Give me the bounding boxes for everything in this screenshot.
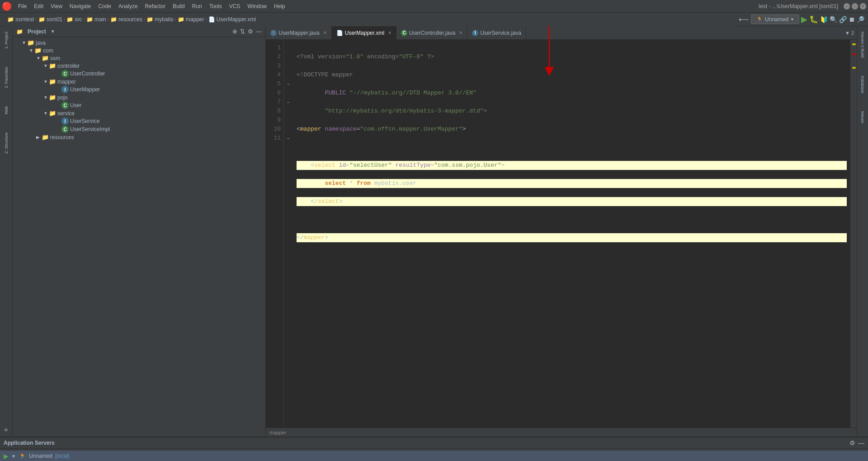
left-sidebar: 1: Project 2: Favorites Web Z: Structure…	[0, 26, 13, 437]
editor-context-label: mapper	[269, 430, 286, 435]
right-sidebar-tab-database[interactable]: Database	[859, 72, 867, 97]
attach-button[interactable]: 🔗	[839, 16, 847, 23]
tab-usercontroller-java[interactable]: C UserController.java ✕	[396, 26, 467, 40]
tab-close-usermapper-xml[interactable]: ✕	[388, 30, 392, 35]
minimize-bottom-icon[interactable]: —	[858, 439, 864, 447]
window-title: test - ...\UserMapper.xml [ssm01]	[759, 3, 838, 9]
tab-icon-usermapper-xml: 📄	[336, 30, 343, 36]
sidebar-tab-structure[interactable]: Z: Structure	[2, 129, 10, 157]
project-panel: 📁 Project ▼ ⊕ ⇅ ⚙ — ▼ 📁 java ▼ 📁	[13, 26, 266, 437]
debug-button[interactable]: 🐛	[809, 15, 818, 24]
tab-icon-usermapper-java: I	[270, 30, 277, 36]
tree-item-pojo[interactable]: ▼ 📁 pojo	[13, 94, 265, 101]
tree-item-controller[interactable]: ▼ 📁 controller	[13, 62, 265, 70]
menu-edit[interactable]: Edit	[30, 2, 47, 10]
maximize-button[interactable]: □	[852, 3, 858, 9]
breadcrumb-resources[interactable]: 📁resources	[110, 16, 142, 23]
right-sidebar-tab-maven[interactable]: Maven	[859, 108, 867, 127]
line-numbers: 1 2 3 4 5 6 7 8 9 10 11	[266, 40, 284, 428]
breadcrumb-src[interactable]: 📁src	[66, 16, 82, 23]
main-area: 1: Project 2: Favorites Web Z: Structure…	[0, 26, 868, 437]
menu-code[interactable]: Code	[94, 2, 115, 10]
code-line-3: PUBLIC "-//mybatis.org//DTD Mapper 3.0//…	[297, 89, 847, 98]
code-line-10	[297, 215, 847, 224]
tab-icon-userservice-java: I	[472, 30, 478, 36]
tree-item-mapper[interactable]: ▼ 📁 mapper	[13, 78, 265, 85]
menu-analyze[interactable]: Analyze	[115, 2, 142, 10]
breadcrumb-mapper[interactable]: 📁mapper	[178, 16, 204, 23]
settings-gear-icon[interactable]: ⚙	[849, 439, 855, 447]
code-content[interactable]: <?xml version="1.0" encoding="UTF-8" ?> …	[293, 40, 850, 428]
tab-usermapper-xml[interactable]: 📄 UserMapper.xml ✕	[332, 26, 396, 40]
menu-navigate[interactable]: Navigate	[66, 2, 94, 10]
code-line-1: <?xml version="1.0" encoding="UTF-8" ?>	[297, 52, 847, 61]
tree-item-resources[interactable]: ▶ 📁 resources	[13, 133, 265, 141]
project-tree: ▼ 📁 java ▼ 📁 com ▼ 📁 ssm ▼	[13, 37, 265, 437]
editor-area: I UserMapper.java ✕ 📄 UserMapper.xml ✕ C…	[266, 26, 857, 437]
tree-item-com[interactable]: ▼ 📁 com	[13, 47, 265, 54]
tab-label-usermapper-java: UserMapper.java	[278, 30, 320, 36]
close-button[interactable]: ✕	[860, 3, 866, 9]
menu-view[interactable]: View	[47, 2, 66, 10]
menu-file[interactable]: File	[14, 2, 30, 10]
locate-icon[interactable]: ⊕	[232, 28, 237, 35]
minimize-panel-icon[interactable]: —	[256, 28, 262, 35]
tree-item-usercontroller[interactable]: C UserController	[13, 70, 265, 78]
minimize-button[interactable]: —	[844, 3, 850, 9]
tree-item-service[interactable]: ▼ 📁 service	[13, 109, 265, 117]
profile-button[interactable]: 🔍	[830, 16, 837, 23]
menu-window[interactable]: Window	[244, 2, 270, 10]
server-unnamed[interactable]: ▶ ▼ 🏃 Unnamed [local]	[0, 451, 868, 461]
sidebar-tab-web[interactable]: Web	[2, 103, 10, 118]
tree-item-usermapper[interactable]: I UserMapper	[13, 85, 265, 94]
right-scrollbar[interactable]	[850, 40, 857, 428]
editor-tabs: I UserMapper.java ✕ 📄 UserMapper.xml ✕ C…	[266, 26, 857, 40]
menu-run[interactable]: Run	[189, 2, 206, 10]
menu-tools[interactable]: Tools	[206, 2, 226, 10]
breadcrumb-ssm01[interactable]: 📁ssm01	[38, 16, 62, 23]
menu-build[interactable]: Build	[169, 2, 189, 10]
sidebar-tab-favorites[interactable]: 2: Favorites	[2, 63, 10, 92]
tree-item-ssm[interactable]: ▼ 📁 ssm	[13, 54, 265, 62]
breadcrumb-mybatis[interactable]: 📁mybatis	[146, 16, 173, 23]
bottom-panel: Application Servers ⚙ — ▶ ▼ 🏃 Unnamed [l…	[0, 437, 868, 461]
code-line-7: <select id="selectUser" resultType="com.…	[297, 161, 847, 170]
server-expand-arrow[interactable]: ▼	[11, 454, 16, 459]
breadcrumb-main[interactable]: 📁main	[86, 16, 106, 23]
breadcrumb-usermapper-xml[interactable]: 📄UserMapper.xml	[208, 16, 256, 23]
editor-status: mapper	[266, 428, 857, 437]
tab-usermapper-java[interactable]: I UserMapper.java ✕	[266, 26, 332, 40]
unnamed-run-config[interactable]: 🏃 Unnamed ▼	[751, 14, 799, 24]
project-dropdown-icon[interactable]: ▼	[51, 29, 55, 34]
menu-help[interactable]: Help	[270, 2, 289, 10]
server-tag-local: [local]	[55, 453, 69, 459]
code-editor: 1 2 3 4 5 6 7 8 9 10 11 − −	[266, 40, 857, 428]
project-title: Project	[28, 28, 46, 35]
tab-close-usermapper-java[interactable]: ✕	[323, 30, 327, 35]
scroll-icon[interactable]: ⇅	[240, 28, 245, 35]
expand-icon[interactable]: »	[5, 426, 8, 433]
tab-userservice-java[interactable]: I UserService.java	[467, 26, 526, 40]
back-icon[interactable]: ⟵	[739, 15, 749, 24]
settings-icon[interactable]: ⚙	[248, 28, 253, 35]
right-sidebar-tab-maven-build[interactable]: Maven-2 Build	[859, 28, 867, 61]
project-panel-header: 📁 Project ▼ ⊕ ⇅ ⚙ —	[13, 26, 265, 37]
server-play-button[interactable]: ▶	[4, 452, 9, 460]
tree-item-userserviceimpl[interactable]: C UserServiceImpl	[13, 125, 265, 133]
breadcrumb-ssmtest[interactable]: 📁ssmtest	[7, 16, 34, 23]
tree-item-java[interactable]: ▼ 📁 java	[13, 39, 265, 47]
sidebar-tab-project[interactable]: 1: Project	[2, 28, 10, 52]
coverage-button[interactable]: 🔰	[820, 16, 828, 23]
tab-close-usercontroller-java[interactable]: ✕	[459, 30, 462, 35]
tree-item-userservice[interactable]: I UserService	[13, 117, 265, 125]
stop-button[interactable]: ⏹	[849, 16, 855, 23]
project-header-icons: ⊕ ⇅ ⚙ —	[232, 28, 262, 35]
code-line-4: "http://mybatis.org/dtd/mybatis-3-mapper…	[297, 107, 847, 116]
menu-refactor[interactable]: Refactor	[142, 2, 169, 10]
menu-vcs[interactable]: VCS	[226, 2, 244, 10]
run-button[interactable]: ▶	[801, 14, 807, 24]
tabs-overflow-indicator[interactable]: ▼ 2	[842, 30, 857, 36]
tree-item-user[interactable]: C User	[13, 101, 265, 109]
server-list: ▶ ▼ 🏃 Unnamed [local] ⚙ ⚠ ssm01:war expl…	[0, 449, 868, 461]
search-everywhere-button[interactable]: 🔎	[857, 16, 864, 23]
